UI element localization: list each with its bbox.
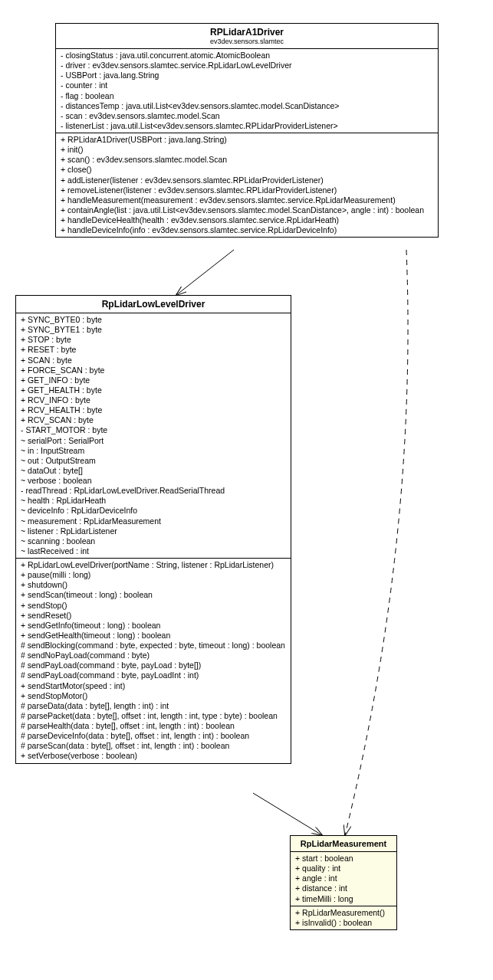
uml-member: + RESET : byte — [21, 345, 286, 355]
uml-member: + FORCE_SCAN : byte — [21, 365, 286, 375]
uml-member: + sendStopMotor() — [21, 691, 286, 701]
fields-section: + SYNC_BYTE0 : byte+ SYNC_BYTE1 : byte+ … — [16, 313, 291, 559]
class-rplidar-measurement: RpLidarMeasurement + start : boolean+ qu… — [290, 835, 397, 930]
dep-a1-to-measurement — [345, 250, 408, 835]
class-rplidar-lowlevel-driver: RpLidarLowLevelDriver + SYNC_BYTE0 : byt… — [15, 295, 291, 764]
uml-member: - distancesTemp : java.util.List<ev3dev.… — [61, 101, 433, 111]
fields-section: + start : boolean+ quality : int+ angle … — [291, 852, 396, 906]
uml-member: + handleMeasurement(measurement : ev3dev… — [61, 195, 433, 205]
uml-member: # parseDeviceInfo(data : byte[], offset … — [21, 731, 286, 741]
class-name: RpLidarMeasurement — [295, 839, 392, 848]
class-name: RPLidarA1Driver — [61, 27, 433, 38]
uml-member: + angle : int — [295, 873, 392, 883]
uml-member: # sendPayLoad(command : byte, payLoad : … — [21, 660, 286, 670]
uml-member: + handleDeviceHealth(health : ev3dev.sen… — [61, 215, 433, 225]
uml-member: + sendGetInfo(timeout : long) : boolean — [21, 621, 286, 631]
uml-member: + SYNC_BYTE0 : byte — [21, 315, 286, 325]
methods-section: + RpLidarMeasurement()+ isInvalid() : bo… — [291, 906, 396, 929]
uml-member: + removeListener(listener : ev3dev.senso… — [61, 185, 433, 195]
uml-member: + sendStartMotor(speed : int) — [21, 681, 286, 691]
uml-member: + RPLidarA1Driver(USBPort : java.lang.St… — [61, 135, 433, 145]
methods-section: + RPLidarA1Driver(USBPort : java.lang.St… — [56, 133, 438, 237]
uml-member: + GET_HEALTH : byte — [21, 385, 286, 395]
uml-member: + distance : int — [295, 883, 392, 893]
uml-member: + SYNC_BYTE1 : byte — [21, 325, 286, 335]
uml-member: ~ dataOut : byte[] — [21, 466, 286, 476]
uml-member: ~ deviceInfo : RpLidarDeviceInfo — [21, 506, 286, 516]
uml-member: + SCAN : byte — [21, 356, 286, 365]
uml-member: # parseData(data : byte[], length : int)… — [21, 701, 286, 711]
class-header: RpLidarMeasurement — [291, 836, 396, 852]
uml-member: - flag : boolean — [61, 91, 433, 101]
uml-member: # sendBlocking(command : byte, expected … — [21, 641, 286, 651]
uml-member: + timeMilli : long — [295, 894, 392, 904]
uml-member: - driver : ev3dev.sensors.slamtec.servic… — [61, 61, 433, 70]
uml-member: + STOP : byte — [21, 335, 286, 345]
class-header: RPLidarA1Driver ev3dev.sensors.slamtec — [56, 24, 438, 49]
uml-member: # parseScan(data : byte[], offset : int,… — [21, 741, 286, 751]
uml-member: + RpLidarLowLevelDriver(portName : Strin… — [21, 560, 286, 570]
uml-member: + GET_INFO : byte — [21, 375, 286, 385]
uml-member: + sendGetHealth(timeout : long) : boolea… — [21, 631, 286, 641]
class-package: ev3dev.sensors.slamtec — [61, 38, 433, 45]
uml-member: + quality : int — [295, 864, 392, 873]
uml-member: + sendStop() — [21, 601, 286, 611]
uml-member: + setVerbose(verbose : boolean) — [21, 751, 286, 761]
uml-member: + pause(milli : long) — [21, 570, 286, 580]
uml-member: - scan : ev3dev.sensors.slamtec.model.Sc… — [61, 111, 433, 121]
uml-member: # parseHealth(data : byte[], offset : in… — [21, 721, 286, 731]
uml-member: + close() — [61, 165, 433, 175]
class-name: RpLidarLowLevelDriver — [21, 299, 286, 310]
uml-member: ~ scanning : boolean — [21, 536, 286, 546]
uml-member: - USBPort : java.lang.String — [61, 70, 433, 80]
uml-member: - START_MOTOR : byte — [21, 425, 286, 435]
fields-section: - closingStatus : java.util.concurrent.a… — [56, 49, 438, 133]
uml-member: ~ out : OutputStream — [21, 456, 286, 466]
uml-member: - closingStatus : java.util.concurrent.a… — [61, 51, 433, 61]
class-rplidar-a1-driver: RPLidarA1Driver ev3dev.sensors.slamtec -… — [55, 23, 439, 238]
uml-member: ~ verbose : boolean — [21, 476, 286, 486]
uml-member: + addListener(listener : ev3dev.sensors.… — [61, 175, 433, 185]
uml-member: - counter : int — [61, 80, 433, 90]
uml-member: + sendReset() — [21, 611, 286, 621]
uml-member: + shutdown() — [21, 580, 286, 590]
uml-member: + init() — [61, 145, 433, 155]
assoc-lowlevel-to-measurement — [253, 793, 322, 835]
uml-member: ~ health : RpLidarHeath — [21, 496, 286, 506]
uml-member: ~ in : InputStream — [21, 446, 286, 456]
uml-member: ~ lastReceived : int — [21, 546, 286, 556]
uml-member: + RCV_SCAN : byte — [21, 415, 286, 425]
uml-member: + RCV_HEALTH : byte — [21, 405, 286, 415]
uml-member: + RpLidarMeasurement() — [295, 908, 392, 918]
uml-member: + isInvalid() : boolean — [295, 918, 392, 928]
uml-member: + sendScan(timeout : long) : boolean — [21, 590, 286, 600]
uml-member: - readThread : RpLidarLowLevelDriver.Rea… — [21, 486, 286, 496]
methods-section: + RpLidarLowLevelDriver(portName : Strin… — [16, 559, 291, 763]
uml-member: ~ listener : RpLidarListener — [21, 526, 286, 536]
uml-member: # sendNoPayLoad(command : byte) — [21, 651, 286, 660]
uml-member: - listenerList : java.util.List<ev3dev.s… — [61, 121, 433, 131]
uml-member: + containAngle(list : java.util.List<ev3… — [61, 205, 433, 215]
uml-member: ~ measurement : RpLidarMeasurement — [21, 516, 286, 526]
uml-member: # parsePacket(data : byte[], offset : in… — [21, 711, 286, 721]
uml-member: + scan() : ev3dev.sensors.slamtec.model.… — [61, 155, 433, 165]
uml-member: + handleDeviceInfo(info : ev3dev.sensors… — [61, 225, 433, 235]
assoc-a1-to-lowlevel — [176, 250, 234, 295]
uml-member: ~ serialPort : SerialPort — [21, 436, 286, 446]
uml-member: + RCV_INFO : byte — [21, 395, 286, 405]
uml-member: + start : boolean — [295, 854, 392, 864]
uml-member: # sendPayLoad(command : byte, payLoadInt… — [21, 670, 286, 680]
class-header: RpLidarLowLevelDriver — [16, 296, 291, 313]
